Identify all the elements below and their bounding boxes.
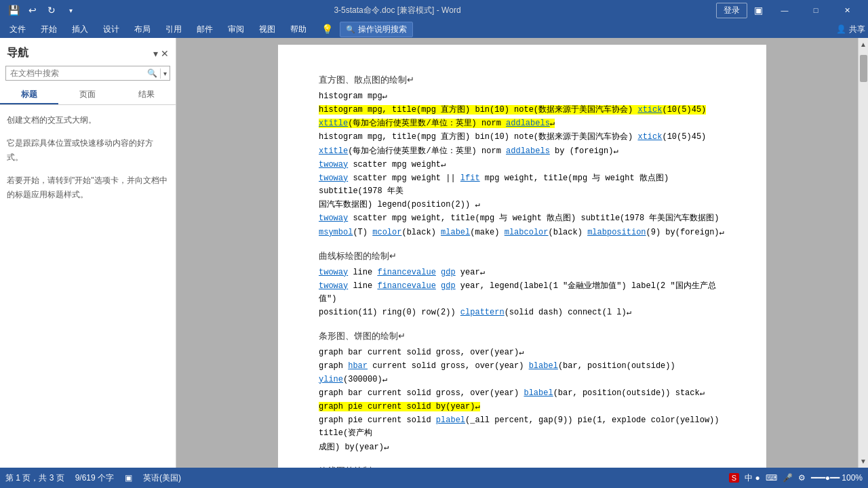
ribbon: 文件 开始 插入 设计 布局 引用 邮件 审阅 视图 帮助 💡 🔍 操作说明搜索… <box>0 20 868 38</box>
save-icon[interactable]: 💾 <box>5 2 22 18</box>
scroll-up-button[interactable]: ▲ <box>860 41 867 48</box>
quickaccess-dropdown-icon[interactable]: ▾ <box>62 2 79 18</box>
code-line-3: xtitle(每加仑油行使英里数/单位：英里) norm addlabels↵ <box>319 117 726 130</box>
code-line-8: 国汽车数据图) legend(position(2)) ↵ <box>319 199 726 211</box>
page-info: 第 1 页，共 3 页 <box>5 472 64 484</box>
code-line-12: twoway line financevalue gdp year, legen… <box>319 280 726 306</box>
document-title: 3-5stata命令.doc [兼容模式] - Word <box>79 5 716 16</box>
wubi-icon: S <box>729 473 739 483</box>
share-label: 共享 <box>849 24 865 35</box>
document-page: 直方图、散点图的绘制↵ histogram mpg↵ histogram mpg… <box>278 45 766 468</box>
sidebar-hint-line3: 若要开始，请转到"开始"选项卡，并向文档中的标题应用标题样式。 <box>7 174 169 203</box>
tab-help[interactable]: 帮助 <box>283 21 313 38</box>
tab-mail[interactable]: 邮件 <box>190 21 220 38</box>
sidebar: 导航 ▾ ✕ 🔍 ▾ 标题 页面 结果 创建文档的交互式大纲。 它是跟踪具体位置… <box>0 38 176 468</box>
sidebar-content: 创建文档的交互式大纲。 它是跟踪具体位置或快速移动内容的好方式。 若要开始，请转… <box>0 110 176 462</box>
scroll-down-button[interactable]: ▼ <box>860 458 867 465</box>
code-line-10: msymbol(T) mcolor(black) mlabel(make) ml… <box>319 226 726 239</box>
action-search[interactable]: 🔍 操作说明搜索 <box>340 22 413 37</box>
zoom-level: ━━━●━━ 100% <box>811 473 863 483</box>
settings-icon[interactable]: ⚙ <box>798 473 806 483</box>
sidebar-tab-headings[interactable]: 标题 <box>0 86 58 104</box>
code-line-17: graph pie current solid by(year)↵ <box>319 401 726 413</box>
scroll-thumb[interactable] <box>860 55 867 82</box>
search-input[interactable] <box>6 66 144 80</box>
code-line-16: graph bar current solid gross, over(year… <box>319 387 726 400</box>
section-heading-histogram: 直方图、散点图的绘制↵ <box>319 73 726 87</box>
window-controls: — □ ✕ <box>769 0 863 20</box>
code-line-2: histogram mpg, title(mpg 直方图) bin(10) no… <box>319 104 726 117</box>
lightbulb-icon: 💡 <box>321 24 333 35</box>
mic-icon[interactable]: 🎤 <box>783 473 793 483</box>
sidebar-dropdown-button[interactable]: ▾ <box>153 48 158 59</box>
search-options-button[interactable]: ▾ <box>160 68 170 79</box>
sidebar-tabs: 标题 页面 结果 <box>0 86 176 105</box>
keyboard-icon[interactable]: ⌨ <box>766 473 777 483</box>
code-line-14: graph bar current solid gross, over(year… <box>319 346 726 359</box>
code-line-19: 成图) by(year)↵ <box>319 441 726 454</box>
section-heading-box: 箱线图的绘制↵ <box>319 464 726 468</box>
sidebar-close-button[interactable]: ✕ <box>161 48 169 59</box>
code-line-6: twoway scatter mpg weight↵ <box>319 159 726 171</box>
undo-icon[interactable]: ↩ <box>24 2 41 18</box>
tab-view[interactable]: 视图 <box>252 21 282 38</box>
vertical-scrollbar[interactable]: ▲ ▼ <box>858 38 868 468</box>
code-line-7: twoway scatter mpg weight || lfit mpg we… <box>319 172 726 198</box>
tab-review[interactable]: 审阅 <box>221 21 251 38</box>
section-heading-bar: 条形图、饼图的绘制↵ <box>319 329 726 344</box>
code-line-13: position(11) ring(0) row(2)) clpattern(s… <box>319 306 726 319</box>
search-submit-button[interactable]: 🔍 <box>144 67 160 79</box>
sidebar-header: 导航 ▾ ✕ <box>0 43 176 66</box>
tab-references[interactable]: 引用 <box>159 21 189 38</box>
tab-layout[interactable]: 布局 <box>127 21 157 38</box>
minimize-button[interactable]: — <box>769 0 800 20</box>
status-bar: 第 1 页，共 3 页 9/619 个字 ▣ 英语(美国) S 中 ● ⌨ 🎤 … <box>0 468 868 488</box>
action-search-label: 操作说明搜索 <box>358 24 407 35</box>
tab-home[interactable]: 开始 <box>34 21 64 38</box>
main-layout: 导航 ▾ ✕ 🔍 ▾ 标题 页面 结果 创建文档的交互式大纲。 它是跟踪具体位置… <box>0 38 868 468</box>
tab-design[interactable]: 设计 <box>96 21 126 38</box>
section-heading-line: 曲线标绘图的绘制↵ <box>319 249 726 264</box>
document-search-box: 🔍 ▾ <box>5 66 170 81</box>
login-button[interactable]: 登录 <box>716 3 747 18</box>
status-right: S 中 ● ⌨ 🎤 ⚙ ━━━●━━ 100% <box>729 472 863 484</box>
sidebar-title: 导航 <box>7 46 28 60</box>
code-line-1: histogram mpg↵ <box>319 90 726 103</box>
code-line-15: graph hbar current solid gross, over(yea… <box>319 360 726 386</box>
close-button[interactable]: ✕ <box>831 0 863 20</box>
sidebar-tab-results[interactable]: 结果 <box>117 86 176 104</box>
tab-insert[interactable]: 插入 <box>65 21 95 38</box>
input-mode: ▣ <box>125 473 132 483</box>
word-count: 9/619 个字 <box>75 472 114 484</box>
redo-icon[interactable]: ↻ <box>43 2 60 18</box>
sidebar-hint-line2: 它是跟踪具体位置或快速移动内容的好方式。 <box>7 136 169 165</box>
status-left: 第 1 页，共 3 页 9/619 个字 ▣ 英语(美国) <box>5 472 181 484</box>
code-line-4: histogram mpg, title(mpg 直方图) bin(10) no… <box>319 131 726 144</box>
sidebar-hint-line1: 创建文档的交互式大纲。 <box>7 113 169 128</box>
document-area[interactable]: 直方图、散点图的绘制↵ histogram mpg↵ histogram mpg… <box>176 38 868 468</box>
code-line-9: twoway scatter mpg weight, title(mpg 与 w… <box>319 212 726 225</box>
layout-icon[interactable]: ▣ <box>750 2 766 18</box>
title-bar: 💾 ↩ ↻ ▾ 3-5stata命令.doc [兼容模式] - Word 登录 … <box>0 0 868 20</box>
share-icon: 👤 <box>836 24 846 34</box>
sidebar-header-buttons: ▾ ✕ <box>153 48 169 59</box>
title-bar-right: 登录 ▣ — □ ✕ <box>716 0 863 20</box>
tab-file[interactable]: 文件 <box>3 21 33 38</box>
language: 英语(美国) <box>143 472 181 484</box>
ime-status: 中 ● <box>745 472 760 484</box>
sidebar-tab-pages[interactable]: 页面 <box>58 86 117 104</box>
search-icon: 🔍 <box>346 25 355 34</box>
share-button[interactable]: 👤 共享 <box>836 24 865 35</box>
code-line-11: twoway line financevalue gdp year↵ <box>319 266 726 279</box>
code-line-18: graph pie current solid plabel(_all perc… <box>319 414 726 440</box>
code-line-5: xtitle(每加仑油行使英里数/单位：英里) norm addlabels b… <box>319 145 726 158</box>
maximize-button[interactable]: □ <box>800 0 831 20</box>
quick-access-toolbar: 💾 ↩ ↻ ▾ <box>5 2 79 18</box>
